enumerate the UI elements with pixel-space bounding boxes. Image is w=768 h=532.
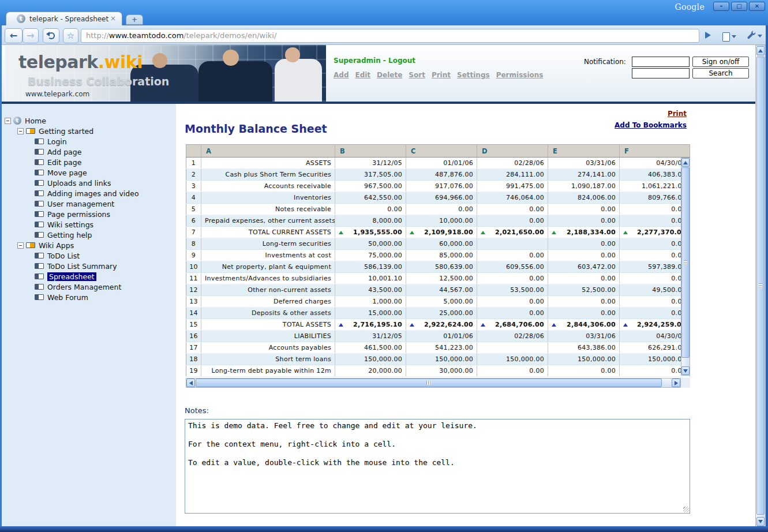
sidebar-item-edit-page[interactable]: Edit page [0, 157, 176, 167]
sidebar-item-web-forum[interactable]: Web Forum [0, 292, 176, 302]
sidebar-item-uploads-and-links[interactable]: Uploads and links [0, 178, 176, 188]
sidebar-item-login[interactable]: Login [0, 136, 176, 147]
cell-B19[interactable]: 20,000.00 [335, 365, 406, 377]
scroll-thumb[interactable] [756, 57, 765, 515]
logout-link[interactable]: Logout [388, 57, 415, 65]
cell-F13[interactable]: 0.00 [620, 296, 690, 308]
cell-E13[interactable]: 0.00 [548, 296, 620, 308]
cell-C19[interactable]: 30,000.00 [406, 365, 477, 377]
cell-B15[interactable]: 2,716,195.10 [335, 319, 406, 331]
sidebar-item-add-page[interactable]: Add page [0, 147, 176, 157]
column-header-E[interactable]: E [548, 145, 620, 158]
cell-D15[interactable]: 2,684,706.00 [477, 319, 548, 331]
cell-F19[interactable]: 0.00 [620, 365, 690, 377]
cell-A6[interactable]: Prepaid expenses, other current assets [201, 215, 335, 227]
cell-D11[interactable]: 0.00 [477, 273, 548, 284]
scroll-left-button[interactable] [186, 379, 195, 387]
sidebar-item-todo-list[interactable]: ToDo List [0, 250, 176, 261]
cell-D8[interactable] [477, 238, 548, 250]
cell-A19[interactable]: Long-term debt payable within 12m [201, 365, 335, 377]
cell-A9[interactable]: Investments at cost [201, 250, 335, 261]
cell-A2[interactable]: Cash plus Short Term Securities [201, 169, 335, 181]
sidebar-item-getting-help[interactable]: Getting help [0, 230, 176, 240]
window-maximize-button[interactable]: □ [731, 2, 747, 11]
cell-C7[interactable]: 2,109,918.00 [406, 227, 477, 238]
collapse-minus-icon[interactable] [5, 118, 11, 124]
cell-B16[interactable]: 31/12/05 [335, 331, 406, 342]
cell-B2[interactable]: 317,505.00 [335, 169, 406, 181]
cell-B8[interactable]: 50,000.00 [335, 238, 406, 250]
cell-A10[interactable]: Net property, plant & equipment [201, 261, 335, 273]
cell-D4[interactable]: 746,064.00 [477, 192, 548, 204]
cell-F7[interactable]: 2,277,370.00 [620, 227, 690, 238]
cell-E12[interactable]: 52,500.00 [548, 284, 620, 296]
cell-B7[interactable]: 1,935,555.00 [335, 227, 406, 238]
cell-E2[interactable]: 274,141.00 [548, 169, 620, 181]
cell-E14[interactable]: 0.00 [548, 308, 620, 319]
cell-F2[interactable]: 406,383.00 [620, 169, 690, 181]
cell-C5[interactable]: 0.00 [406, 204, 477, 215]
scroll-right-button[interactable] [672, 379, 680, 387]
cell-E19[interactable]: 0.00 [548, 365, 620, 377]
reload-button[interactable] [43, 28, 59, 43]
cell-B3[interactable]: 967,500.00 [335, 181, 406, 192]
scroll-thumb[interactable] [196, 379, 662, 387]
cell-E16[interactable]: 03/31/06 [548, 331, 620, 342]
cell-F14[interactable]: 0.00 [620, 308, 690, 319]
scroll-up-button[interactable] [681, 158, 690, 167]
cell-E5[interactable]: 0.00 [548, 204, 620, 215]
window-close-button[interactable]: ✕ [749, 2, 765, 11]
search-button[interactable]: Search [692, 68, 749, 78]
cell-D14[interactable]: 0.00 [477, 308, 548, 319]
print-link[interactable]: Print [668, 110, 687, 118]
column-header-A[interactable]: A [201, 145, 335, 158]
sidebar-item-wiki-apps[interactable]: Wiki Apps [0, 240, 176, 250]
cell-A15[interactable]: TOTAL ASSETS [201, 319, 335, 331]
notes-textarea[interactable]: This is demo data. Feel free to change a… [185, 419, 690, 514]
cell-A5[interactable]: Notes receivable [201, 204, 335, 215]
cell-A11[interactable]: Investments/Advances to subsidiaries [201, 273, 335, 284]
cell-E8[interactable]: 0.00 [548, 238, 620, 250]
cell-F10[interactable]: 597,389.00 [620, 261, 690, 273]
add-to-bookmarks-link[interactable]: Add To Bookmarks [615, 121, 687, 129]
cell-A17[interactable]: Accounts payables [201, 342, 335, 354]
cell-E10[interactable]: 603,472.00 [548, 261, 620, 273]
cell-B5[interactable]: 0.00 [335, 204, 406, 215]
cell-A4[interactable]: Inventories [201, 192, 335, 204]
window-minimize-button[interactable]: – [713, 2, 729, 11]
cell-A3[interactable]: Accounts receivable [201, 181, 335, 192]
cell-E18[interactable]: 150,000.00 [548, 354, 620, 365]
cell-F8[interactable]: 0.00 [620, 238, 690, 250]
cell-F16[interactable]: 04/30/06 [620, 331, 690, 342]
window-vertical-scrollbar[interactable] [755, 45, 766, 527]
cell-A16[interactable]: LIABILITIES [201, 331, 335, 342]
new-tab-button[interactable]: + [126, 14, 143, 25]
cell-E15[interactable]: 2,844,306.00 [548, 319, 620, 331]
cell-C10[interactable]: 580,639.00 [406, 261, 477, 273]
tab-close-icon[interactable]: × [110, 14, 116, 23]
cell-B12[interactable]: 43,500.00 [335, 284, 406, 296]
cell-C13[interactable]: 5,000.00 [406, 296, 477, 308]
cell-C2[interactable]: 487,876.00 [406, 169, 477, 181]
cell-B14[interactable]: 15,000.00 [335, 308, 406, 319]
search-input[interactable] [632, 68, 690, 78]
address-bar[interactable]: http://www.teamtodo.com/telepark/demos/e… [81, 29, 699, 43]
bookmark-star-button[interactable]: ☆ [63, 28, 78, 43]
sidebar-item-move-page[interactable]: Move page [0, 167, 176, 178]
cell-F17[interactable]: 626,291.00 [620, 342, 690, 354]
cell-D6[interactable]: 0.00 [477, 215, 548, 227]
cell-D17[interactable] [477, 342, 548, 354]
cell-D19[interactable]: 0.00 [477, 365, 548, 377]
cell-A7[interactable]: TOTAL CURRENT ASSETS [201, 227, 335, 238]
column-header-D[interactable]: D [477, 145, 548, 158]
cell-F11[interactable]: 0.00 [620, 273, 690, 284]
cell-A14[interactable]: Deposits & other assets [201, 308, 335, 319]
cell-C1[interactable]: 01/01/06 [406, 158, 477, 169]
cell-E3[interactable]: 1,090,187.00 [548, 181, 620, 192]
cell-D2[interactable]: 284,111.00 [477, 169, 548, 181]
cell-F6[interactable]: 0.00 [620, 215, 690, 227]
cell-F12[interactable]: 49,500.00 [620, 284, 690, 296]
cell-D16[interactable]: 02/28/06 [477, 331, 548, 342]
column-header-C[interactable]: C [406, 145, 477, 158]
cell-C15[interactable]: 2,922,624.00 [406, 319, 477, 331]
